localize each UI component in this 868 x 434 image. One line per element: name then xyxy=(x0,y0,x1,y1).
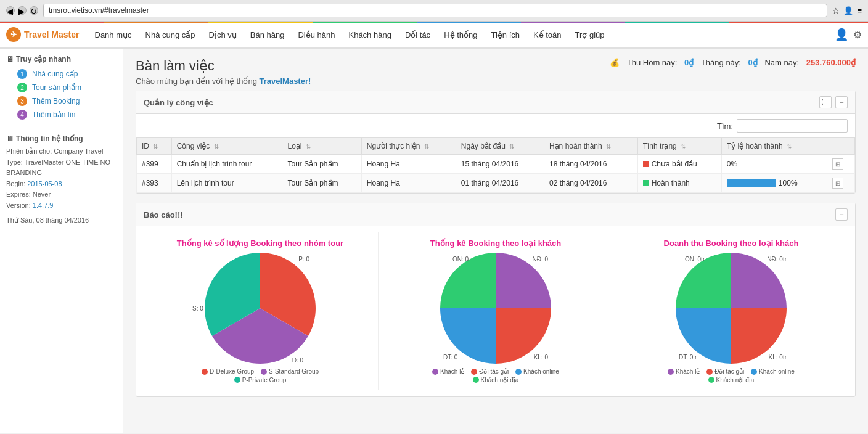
cell-status-393: Hoàn thành xyxy=(637,174,721,193)
quick-access-list: 1 Nhà cung cấp 2 Tour sản phẩm 3 Thêm Bo… xyxy=(6,67,117,121)
thu-label: Thu Hôm nay: xyxy=(627,58,678,67)
brand-name: Travel Master xyxy=(24,30,80,39)
menu-icon[interactable]: ≡ xyxy=(857,6,862,15)
nav-doi-tac[interactable]: Đối tác xyxy=(399,27,436,43)
legend3-dot-khach-online xyxy=(751,369,757,375)
nam-label: Năm nay: xyxy=(764,58,799,67)
col-loai[interactable]: Loại ⇅ xyxy=(282,138,361,155)
legend3-item-khach-noi-dia: Khách nội địa xyxy=(708,377,755,383)
nav-ke-toan[interactable]: Kế toán xyxy=(527,27,568,43)
sidebar-num-1: 1 xyxy=(17,69,27,79)
chart3-legend: Khách lẻ Đối tác gửi Khách online xyxy=(665,367,797,384)
cell-id-393: #393 xyxy=(137,174,172,193)
sidebar-item-nha-cung-cap[interactable]: 1 Nhà cung cấp xyxy=(6,67,117,81)
nav-tien-ich[interactable]: Tiện ích xyxy=(485,27,526,43)
refresh-button[interactable]: ↻ xyxy=(30,6,38,15)
col-tinh-trang[interactable]: Tình trạng ⇅ xyxy=(637,138,721,155)
begin-link[interactable]: 2015-05-08 xyxy=(27,180,62,187)
task-section-title: Quản lý công việc xyxy=(144,98,213,107)
chart2-card: Thống kê Booking theo loại khách ON: 0 N… xyxy=(378,232,613,390)
col-id[interactable]: ID ⇅ xyxy=(137,138,172,155)
search-label: Tìm: xyxy=(717,121,733,131)
settings-icon[interactable]: ⚙ xyxy=(853,29,862,41)
chart2-label-on: ON: 0 xyxy=(452,256,469,263)
thang-label: Tháng này: xyxy=(701,58,741,67)
collapse-button[interactable]: − xyxy=(835,96,848,108)
col-nguoi-thuc-hien[interactable]: Người thực hiện ⇅ xyxy=(361,138,456,155)
col-actions xyxy=(827,138,854,155)
forward-button[interactable]: ▶ xyxy=(18,6,27,15)
user-profile-icon[interactable]: 👤 xyxy=(835,28,848,41)
stats-icon: 💰 xyxy=(610,58,620,67)
bookmark-icon[interactable]: ☆ xyxy=(832,6,840,15)
table-row: #399 Chuẩn bị lịch trình tour Tour Sản p… xyxy=(137,155,855,174)
reports-actions: − xyxy=(835,208,848,221)
chart1-label-d: D: 0 xyxy=(292,357,303,364)
thang-value: 0₫ xyxy=(748,58,758,67)
row-action-button-399[interactable]: ⊞ xyxy=(832,158,843,170)
chart1-legend: D-Deluxe Group S-Standard Group P-Privat… xyxy=(199,367,321,384)
chart3-label-kl: KL: 0tr xyxy=(769,354,787,361)
welcome-text: Chào mừng bạn đến với hệ thống TravelMas… xyxy=(136,76,311,86)
col-cong-viec[interactable]: Công việc ⇅ xyxy=(171,138,282,155)
task-section: Quản lý công việc ⛶ − Tìm: ID ⇅ Công việ… xyxy=(136,91,856,194)
col-han-hoan-thanh[interactable]: Hạn hoàn thành ⇅ xyxy=(544,138,637,155)
reports-collapse-button[interactable]: − xyxy=(835,208,848,221)
chart2-label-dt: DT: 0 xyxy=(443,354,457,361)
chart2-label-kl: KL: 0 xyxy=(534,354,548,361)
sidebar-item-tour-san-pham[interactable]: 2 Tour sản phẩm xyxy=(6,81,117,94)
nav-he-thong[interactable]: Hệ thống xyxy=(438,27,483,43)
version-link[interactable]: 1.4.7.9 xyxy=(33,202,54,209)
system-info-begin: Begin: 2015-05-08 xyxy=(6,179,117,190)
sidebar-item-them-booking[interactable]: 3 Thêm Booking xyxy=(6,94,117,108)
nav-right: 👤 ⚙ xyxy=(835,28,862,41)
chart3-container: ON: 0tr NĐ: 0tr DT: 0tr KL: 0tr Khách lẻ xyxy=(620,253,843,384)
browser-chrome: ◀ ▶ ↻ tmsrot.vietiso.vn/#travelmaster ☆ … xyxy=(0,0,868,22)
nav-dieu-hanh[interactable]: Điều hành xyxy=(292,27,341,43)
status-badge-393: Hoàn thành xyxy=(643,179,690,187)
nam-value: 253.760.000₫ xyxy=(806,58,856,67)
nav-danh-muc[interactable]: Danh mục xyxy=(89,27,138,43)
col-ngay-bat-dau[interactable]: Ngày bắt đầu ⇅ xyxy=(456,138,544,155)
chart3-label-dt: DT: 0tr xyxy=(679,354,697,361)
search-input[interactable] xyxy=(737,119,848,133)
legend3-item-doi-tac: Đối tác gửi xyxy=(706,368,744,375)
navbar: ✈ Travel Master Danh mục Nhà cung cấp Dị… xyxy=(0,22,868,49)
brand[interactable]: ✈ Travel Master xyxy=(6,27,80,42)
expand-button[interactable]: ⛶ xyxy=(819,96,832,108)
nav-ban-hang[interactable]: Bán hàng xyxy=(244,27,291,43)
user-icon[interactable]: 👤 xyxy=(843,6,853,15)
system-info-type: Type: TravelMaster ONE TIME NO BRANDING xyxy=(6,157,117,179)
cell-ngay-393: 01 tháng 04/2016 xyxy=(456,174,544,193)
nav-dich-vu[interactable]: Dịch vụ xyxy=(203,27,243,43)
quick-access-section: 🖥 Truy cập nhanh 1 Nhà cung cấp 2 Tour s… xyxy=(6,55,117,121)
search-bar: Tìm: xyxy=(136,114,855,137)
legend3-item-khach-online: Khách online xyxy=(751,368,795,375)
row-action-button-393[interactable]: ⊞ xyxy=(832,178,843,189)
legend-item-khach-noi-dia: Khách nội địa xyxy=(473,377,519,383)
legend-item-p: P-Private Group xyxy=(234,377,287,383)
cell-id-399: #399 xyxy=(137,155,172,174)
browser-nav-buttons[interactable]: ◀ ▶ ↻ xyxy=(6,6,38,15)
nav-tro-giup[interactable]: Trợ giúp xyxy=(569,27,611,43)
col-ty-le[interactable]: Tỷ lệ hoàn thành ⇅ xyxy=(721,138,827,155)
sidebar-item-them-ban-tin[interactable]: 4 Thêm bản tin xyxy=(6,108,117,121)
chart2-svg xyxy=(440,253,551,364)
nav-nha-cung-cap[interactable]: Nhà cung cấp xyxy=(139,27,202,43)
status-badge-399: Chưa bắt đầu xyxy=(643,160,697,168)
chart3-svg-wrapper: ON: 0tr NĐ: 0tr DT: 0tr KL: 0tr xyxy=(676,253,787,364)
system-info-expires: Expires: Never xyxy=(6,189,117,200)
legend-item-khach-online: Khách online xyxy=(515,368,559,375)
legend-dot-khach-noi-dia xyxy=(473,377,479,383)
address-bar[interactable]: tmsrot.vietiso.vn/#travelmaster xyxy=(43,4,827,17)
back-button[interactable]: ◀ xyxy=(6,6,15,15)
system-info-version: Version: 1.4.7.9 xyxy=(6,200,117,211)
legend3-dot-khach-noi-dia xyxy=(708,377,714,383)
legend-item-s: S-Standard Group xyxy=(261,368,319,375)
cell-status-399: Chưa bắt đầu xyxy=(637,155,721,174)
chart3-label-nd: NĐ: 0tr xyxy=(767,256,787,263)
reports-section: Báo cáo!!! − Thống kê số lượng Booking t… xyxy=(136,203,856,397)
task-table-header: ID ⇅ Công việc ⇅ Loại ⇅ Người thực hiện … xyxy=(137,138,855,155)
nav-khach-hang[interactable]: Khách hàng xyxy=(342,27,397,43)
monitor-icon: 🖥 xyxy=(6,134,14,143)
